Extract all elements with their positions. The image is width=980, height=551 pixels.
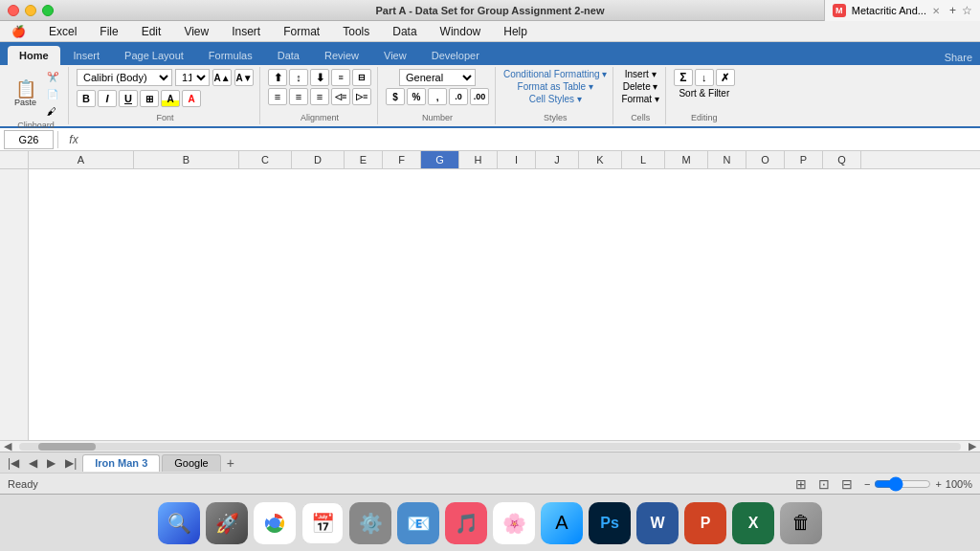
menu-help[interactable]: Help <box>500 23 531 40</box>
col-header-i[interactable]: I <box>498 151 536 168</box>
col-header-p[interactable]: P <box>785 151 823 168</box>
increase-font-button[interactable]: A▲ <box>212 69 232 86</box>
cell-reference-input[interactable] <box>4 130 54 149</box>
page-break-view-button[interactable]: ⊟ <box>841 476 853 492</box>
tab-insert[interactable]: Insert <box>62 46 112 65</box>
tab-review[interactable]: Review <box>313 46 370 65</box>
cut-button[interactable]: ✂️ <box>43 69 62 84</box>
zoom-slider[interactable] <box>874 476 931 492</box>
paste-button[interactable]: 📋 Paste <box>10 73 41 115</box>
dock-icon-word[interactable]: W <box>636 502 679 544</box>
dock-icon-trash[interactable]: 🗑 <box>780 502 822 544</box>
dock-icon-excel[interactable]: X <box>732 502 774 544</box>
col-header-c[interactable]: C <box>239 151 292 168</box>
menu-file[interactable]: File <box>96 23 122 40</box>
currency-button[interactable]: $ <box>386 88 405 105</box>
cell-styles-button[interactable]: Cell Styles ▾ <box>529 94 582 104</box>
copy-button[interactable]: 📄 <box>43 86 62 101</box>
align-bottom-button[interactable]: ⬇ <box>310 69 329 86</box>
percent-button[interactable]: % <box>407 88 426 105</box>
comma-button[interactable]: , <box>428 88 447 105</box>
sheet-nav-prev[interactable]: ◀ <box>25 456 41 470</box>
dock-icon-preferences[interactable]: ⚙️ <box>349 502 391 544</box>
col-header-q[interactable]: Q <box>823 151 861 168</box>
star-icon[interactable]: ☆ <box>962 4 972 17</box>
fill-button[interactable]: ↓ <box>695 69 714 86</box>
increase-decimal-button[interactable]: .00 <box>470 88 489 105</box>
decrease-decimal-button[interactable]: .0 <box>449 88 468 105</box>
traffic-lights[interactable] <box>8 5 54 16</box>
tab-home[interactable]: Home <box>8 46 60 65</box>
align-top-button[interactable]: ⬆ <box>268 69 287 86</box>
clear-button[interactable]: ✗ <box>716 69 735 86</box>
border-button[interactable]: ⊞ <box>140 90 159 107</box>
col-header-m[interactable]: M <box>665 151 708 168</box>
menu-excel[interactable]: Excel <box>45 23 80 40</box>
col-header-n[interactable]: N <box>708 151 746 168</box>
menu-edit[interactable]: Edit <box>138 23 166 40</box>
col-header-l[interactable]: L <box>622 151 665 168</box>
menu-insert[interactable]: Insert <box>228 23 264 40</box>
font-color-button[interactable]: A <box>182 90 201 107</box>
menu-data[interactable]: Data <box>389 23 420 40</box>
col-header-a[interactable]: A <box>29 151 134 168</box>
fill-color-button[interactable]: A <box>161 90 180 107</box>
format-as-table-button[interactable]: Format as Table ▾ <box>518 81 593 92</box>
sheet-nav-last[interactable]: ▶| <box>61 456 80 470</box>
scroll-thumb[interactable] <box>38 443 96 451</box>
conditional-format-button[interactable]: Conditional Formatting ▾ <box>503 69 607 79</box>
dock-icon-photos[interactable]: 🌸 <box>493 502 535 544</box>
font-family-select[interactable]: Calibri (Body) <box>77 69 172 86</box>
col-header-d[interactable]: D <box>292 151 345 168</box>
col-header-h[interactable]: H <box>459 151 498 168</box>
tab-data[interactable]: Data <box>266 46 311 65</box>
merge-button[interactable]: ⊟ <box>352 69 371 86</box>
align-middle-button[interactable]: ↕ <box>289 69 308 86</box>
sort-filter-button[interactable]: Sort & Filter <box>679 88 729 99</box>
dock-icon-powerpoint[interactable]: P <box>684 502 726 544</box>
insert-cells-button[interactable]: Insert ▾ <box>625 69 657 79</box>
dock-icon-appstore[interactable]: A <box>541 502 583 544</box>
format-cells-button[interactable]: Format ▾ <box>621 94 658 104</box>
apple-menu[interactable]: 🍎 <box>8 23 30 40</box>
decrease-font-button[interactable]: A▼ <box>234 69 254 86</box>
tab-developer[interactable]: Developer <box>420 46 491 65</box>
sheet-nav-next[interactable]: ▶ <box>43 456 59 470</box>
italic-button[interactable]: I <box>98 90 117 107</box>
close-button[interactable] <box>8 5 19 16</box>
dock-icon-music[interactable]: 🎵 <box>445 502 487 544</box>
font-size-select[interactable]: 11 <box>175 69 210 86</box>
bold-button[interactable]: B <box>77 90 96 107</box>
sheet-nav-first[interactable]: |◀ <box>4 456 23 470</box>
tab-formulas[interactable]: Formulas <box>197 46 264 65</box>
align-right-button[interactable]: ≡ <box>310 88 329 105</box>
formula-input[interactable] <box>89 130 976 149</box>
number-format-select[interactable]: General <box>399 69 476 86</box>
sheet-tab-iron-man[interactable]: Iron Man 3 <box>82 454 160 472</box>
minimize-button[interactable] <box>25 5 36 16</box>
col-header-f[interactable]: F <box>383 151 421 168</box>
menu-tools[interactable]: Tools <box>339 23 373 40</box>
col-header-j[interactable]: J <box>536 151 579 168</box>
zoom-in-button[interactable]: + <box>935 478 941 490</box>
dock-icon-mail[interactable]: 📧 <box>397 502 439 544</box>
increase-indent-button[interactable]: ▷≡ <box>352 88 371 105</box>
page-layout-view-button[interactable]: ⊡ <box>818 476 830 492</box>
delete-cells-button[interactable]: Delete ▾ <box>623 81 658 92</box>
col-header-o[interactable]: O <box>746 151 785 168</box>
new-tab-button[interactable]: + <box>949 4 956 17</box>
dock-icon-finder[interactable]: 🔍 <box>158 502 200 544</box>
zoom-out-button[interactable]: − <box>864 478 870 490</box>
wrap-text-button[interactable]: ≡ <box>331 69 350 86</box>
decrease-indent-button[interactable]: ◁≡ <box>331 88 350 105</box>
dock-icon-chrome[interactable] <box>254 502 296 544</box>
align-center-button[interactable]: ≡ <box>289 88 308 105</box>
share-button[interactable]: Share <box>945 52 972 63</box>
menu-format[interactable]: Format <box>279 23 323 40</box>
underline-button[interactable]: U <box>119 90 138 107</box>
maximize-button[interactable] <box>42 5 54 16</box>
normal-view-button[interactable]: ⊞ <box>795 476 807 492</box>
tab-page-layout[interactable]: Page Layout <box>113 46 195 65</box>
browser-tab-close[interactable]: ✕ <box>932 6 940 16</box>
tab-view[interactable]: View <box>372 46 418 65</box>
